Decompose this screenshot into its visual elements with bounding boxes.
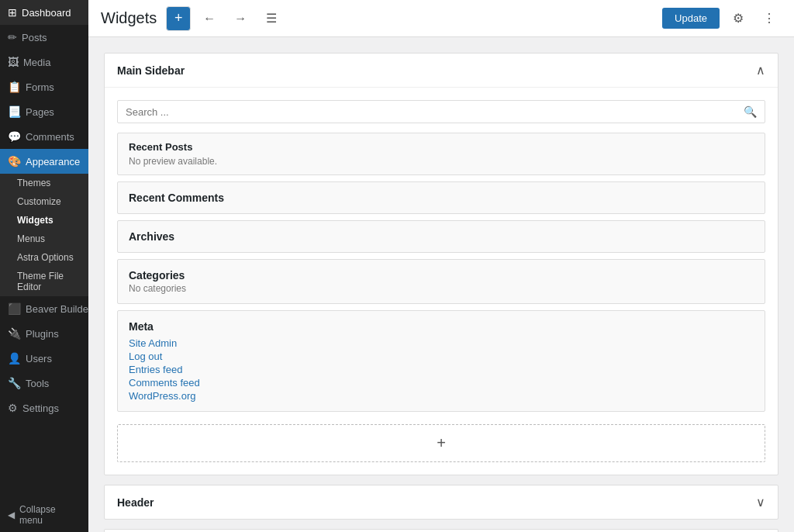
main-sidebar-header[interactable]: Main Sidebar ∧ bbox=[105, 54, 778, 87]
search-icon: 🔍 bbox=[744, 105, 757, 118]
header-section-header[interactable]: Header ∨ bbox=[105, 485, 778, 519]
sidebar-item-plugins[interactable]: 🔌 Plugins bbox=[0, 321, 88, 346]
main-sidebar-section: Main Sidebar ∧ 🔍 Recent Posts No preview… bbox=[104, 53, 778, 475]
page-title: Widgets bbox=[101, 9, 157, 27]
sidebar-item-tools[interactable]: 🔧 Tools bbox=[0, 371, 88, 396]
sidebar-item-forms[interactable]: 📋 Forms bbox=[0, 74, 88, 99]
meta-link-log-out[interactable]: Log out bbox=[129, 351, 754, 362]
main-sidebar-title: Main Sidebar bbox=[117, 64, 185, 77]
settings-button[interactable]: ⚙ bbox=[726, 6, 751, 31]
sidebar-item-settings[interactable]: ⚙ Settings bbox=[0, 396, 88, 420]
sidebar-item-media[interactable]: 🖼 Media bbox=[0, 50, 88, 74]
sidebar-sub-astra-options[interactable]: Astra Options bbox=[0, 248, 88, 267]
sidebar-sub-widgets[interactable]: Widgets bbox=[0, 211, 88, 230]
appearance-icon: 🎨 bbox=[8, 155, 21, 168]
dashboard-icon: ⊞ bbox=[8, 6, 17, 19]
meta-link-wordpress[interactable]: WordPress.org bbox=[129, 390, 754, 402]
topbar: Widgets + ← → ☰ Update ⚙ ⋮ bbox=[88, 0, 794, 37]
list-view-button[interactable]: ☰ bbox=[259, 6, 284, 31]
sidebar: ⊞ Dashboard ✏ Posts 🖼 Media 📋 Forms 📃 Pa… bbox=[0, 0, 88, 532]
archives-title: Archives bbox=[129, 230, 754, 243]
meta-link-entries-feed[interactable]: Entries feed bbox=[129, 364, 754, 375]
sidebar-sub-theme-file-editor[interactable]: Theme File Editor bbox=[0, 267, 88, 296]
comments-icon: 💬 bbox=[8, 130, 21, 143]
header-chevron: ∨ bbox=[756, 495, 765, 510]
widget-search-input[interactable] bbox=[126, 106, 744, 118]
meta-link-comments-feed[interactable]: Comments feed bbox=[129, 377, 754, 389]
meta-widget: Meta Site Admin Log out Entries feed Com… bbox=[117, 310, 765, 412]
sidebar-item-posts[interactable]: ✏ Posts bbox=[0, 25, 88, 50]
sidebar-sub-menus[interactable]: Menus bbox=[0, 230, 88, 248]
add-widget-button[interactable]: + bbox=[166, 6, 191, 31]
categories-subtitle: No categories bbox=[129, 283, 754, 294]
sidebar-item-appearance[interactable]: 🎨 Appearance bbox=[0, 149, 88, 174]
add-block-button[interactable]: + bbox=[117, 424, 765, 462]
collapse-icon: ◀ bbox=[8, 510, 15, 520]
beaver-builder-icon: ⬛ bbox=[8, 302, 21, 315]
update-button[interactable]: Update bbox=[662, 8, 720, 29]
forms-icon: 📋 bbox=[8, 81, 21, 93]
media-icon: 🖼 bbox=[8, 56, 19, 68]
sidebar-item-users[interactable]: 👤 Users bbox=[0, 346, 88, 371]
header-section-title: Header bbox=[117, 496, 154, 509]
recent-comments-widget: Recent Comments bbox=[117, 181, 765, 214]
meta-links: Site Admin Log out Entries feed Comments… bbox=[129, 337, 754, 402]
settings-icon: ⚙ bbox=[8, 402, 18, 414]
recent-posts-widget: Recent Posts No preview available. bbox=[117, 133, 765, 175]
tools-icon: 🔧 bbox=[8, 377, 21, 389]
sidebar-item-beaver-builder[interactable]: ⬛ Beaver Builder bbox=[0, 296, 88, 321]
pages-icon: 📃 bbox=[8, 105, 21, 118]
plugins-icon: 🔌 bbox=[8, 327, 21, 340]
collapse-menu[interactable]: ◀ Collapse menu bbox=[0, 498, 88, 532]
archives-widget: Archives bbox=[117, 220, 765, 253]
categories-widget: Categories No categories bbox=[117, 259, 765, 304]
sidebar-sub-customize[interactable]: Customize bbox=[0, 192, 88, 211]
footer-section: Footer Bar Section 1 ∨ bbox=[104, 529, 778, 532]
users-icon: 👤 bbox=[8, 352, 21, 364]
widgets-content: Main Sidebar ∧ 🔍 Recent Posts No preview… bbox=[88, 37, 794, 532]
sidebar-item-dashboard[interactable]: ⊞ Dashboard bbox=[0, 0, 88, 25]
appearance-submenu: Themes Customize Widgets Menus Astra Opt… bbox=[0, 174, 88, 296]
main-sidebar-chevron: ∧ bbox=[756, 63, 765, 78]
header-section: Header ∨ bbox=[104, 485, 778, 520]
widget-search-box[interactable]: 🔍 bbox=[117, 100, 765, 123]
sidebar-sub-themes[interactable]: Themes bbox=[0, 174, 88, 192]
main-area: Widgets + ← → ☰ Update ⚙ ⋮ Main Sidebar … bbox=[88, 0, 794, 532]
sidebar-item-pages[interactable]: 📃 Pages bbox=[0, 99, 88, 124]
recent-posts-preview: No preview available. bbox=[129, 156, 754, 167]
categories-title: Categories bbox=[129, 269, 754, 282]
sidebar-item-comments[interactable]: 💬 Comments bbox=[0, 124, 88, 149]
redo-button[interactable]: → bbox=[228, 6, 253, 31]
recent-comments-title: Recent Comments bbox=[129, 192, 754, 204]
main-sidebar-body: 🔍 Recent Posts No preview available. Rec… bbox=[105, 87, 778, 475]
meta-title: Meta bbox=[129, 320, 754, 333]
more-options-button[interactable]: ⋮ bbox=[757, 6, 782, 31]
recent-posts-title: Recent Posts bbox=[129, 141, 754, 153]
meta-link-site-admin[interactable]: Site Admin bbox=[129, 337, 754, 349]
posts-icon: ✏ bbox=[8, 31, 17, 43]
undo-button[interactable]: ← bbox=[197, 6, 222, 31]
